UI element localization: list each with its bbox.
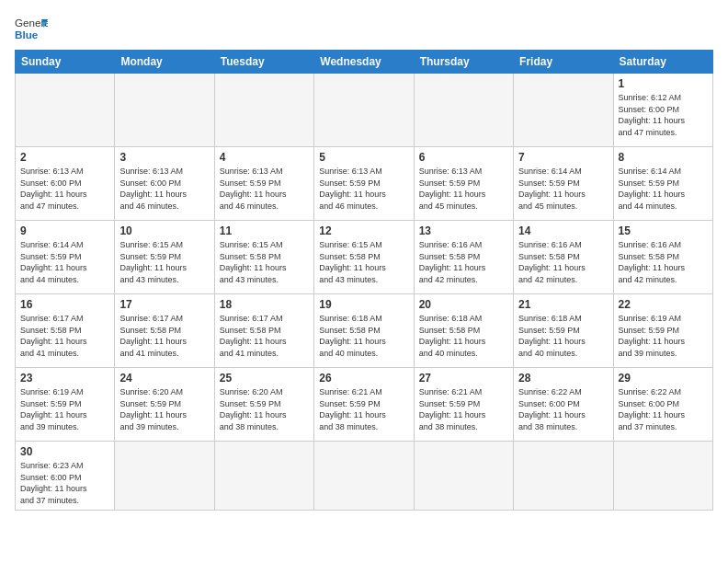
calendar-day-cell: 15Sunrise: 6:16 AM Sunset: 5:58 PM Dayli… [613,221,712,294]
calendar-table: SundayMondayTuesdayWednesdayThursdayFrid… [15,50,713,511]
day-number: 23 [20,372,109,385]
calendar-day-cell [514,74,613,147]
calendar-day-cell: 27Sunrise: 6:21 AM Sunset: 5:59 PM Dayli… [414,368,513,442]
calendar-day-cell [414,74,513,147]
day-info: Sunrise: 6:16 AM Sunset: 5:58 PM Dayligh… [518,239,608,285]
day-number: 9 [20,224,109,237]
day-number: 13 [419,224,508,237]
calendar-day-cell: 6Sunrise: 6:13 AM Sunset: 5:59 PM Daylig… [414,147,513,221]
calendar-day-cell: 20Sunrise: 6:18 AM Sunset: 5:58 PM Dayli… [414,294,513,368]
day-info: Sunrise: 6:16 AM Sunset: 5:58 PM Dayligh… [419,239,508,285]
day-number: 26 [319,372,408,385]
day-number: 16 [20,298,109,311]
calendar-day-cell: 21Sunrise: 6:18 AM Sunset: 5:59 PM Dayli… [514,294,613,368]
day-info: Sunrise: 6:15 AM Sunset: 5:59 PM Dayligh… [119,239,209,285]
day-info: Sunrise: 6:16 AM Sunset: 5:58 PM Dayligh… [619,239,708,285]
calendar-day-cell: 25Sunrise: 6:20 AM Sunset: 5:59 PM Dayli… [214,368,313,442]
day-number: 3 [119,151,209,164]
day-number: 25 [220,372,309,385]
day-info: Sunrise: 6:21 AM Sunset: 5:59 PM Dayligh… [419,386,508,432]
day-number: 6 [419,151,508,164]
calendar-day-cell: 4Sunrise: 6:13 AM Sunset: 5:59 PM Daylig… [214,147,313,221]
calendar-day-cell [214,442,313,511]
day-number: 30 [20,445,109,458]
day-number: 29 [619,372,708,385]
day-info: Sunrise: 6:23 AM Sunset: 6:00 PM Dayligh… [20,460,109,506]
day-number: 10 [119,224,209,237]
calendar-day-cell: 11Sunrise: 6:15 AM Sunset: 5:58 PM Dayli… [214,221,313,294]
day-info: Sunrise: 6:14 AM Sunset: 5:59 PM Dayligh… [518,166,608,212]
calendar-day-cell: 9Sunrise: 6:14 AM Sunset: 5:59 PM Daylig… [16,221,115,294]
weekday-header: Wednesday [314,51,414,74]
day-number: 1 [619,77,708,90]
calendar-day-cell: 29Sunrise: 6:22 AM Sunset: 6:00 PM Dayli… [613,368,712,442]
calendar-day-cell [16,74,115,147]
calendar-day-cell [214,74,313,147]
calendar-day-cell [314,442,414,511]
calendar-day-cell [613,442,712,511]
calendar-day-cell: 14Sunrise: 6:16 AM Sunset: 5:58 PM Dayli… [514,221,613,294]
calendar-day-cell: 30Sunrise: 6:23 AM Sunset: 6:00 PM Dayli… [16,442,115,511]
day-info: Sunrise: 6:12 AM Sunset: 6:00 PM Dayligh… [619,92,708,138]
calendar-week-row: 1Sunrise: 6:12 AM Sunset: 6:00 PM Daylig… [16,74,713,147]
weekday-header: Saturday [613,51,712,74]
day-info: Sunrise: 6:14 AM Sunset: 5:59 PM Dayligh… [619,166,708,212]
calendar-day-cell [414,442,513,511]
day-info: Sunrise: 6:17 AM Sunset: 5:58 PM Dayligh… [220,313,309,359]
day-number: 17 [119,298,209,311]
calendar-day-cell: 13Sunrise: 6:16 AM Sunset: 5:58 PM Dayli… [414,221,513,294]
day-number: 27 [419,372,508,385]
calendar-week-row: 16Sunrise: 6:17 AM Sunset: 5:58 PM Dayli… [16,294,713,368]
calendar-day-cell: 2Sunrise: 6:13 AM Sunset: 6:00 PM Daylig… [16,147,115,221]
day-number: 20 [419,298,508,311]
day-info: Sunrise: 6:18 AM Sunset: 5:58 PM Dayligh… [319,313,408,359]
calendar-day-cell: 3Sunrise: 6:13 AM Sunset: 6:00 PM Daylig… [115,147,214,221]
day-info: Sunrise: 6:20 AM Sunset: 5:59 PM Dayligh… [119,386,209,432]
calendar-day-cell: 26Sunrise: 6:21 AM Sunset: 5:59 PM Dayli… [314,368,414,442]
calendar-day-cell: 1Sunrise: 6:12 AM Sunset: 6:00 PM Daylig… [613,74,712,147]
calendar-day-cell: 8Sunrise: 6:14 AM Sunset: 5:59 PM Daylig… [613,147,712,221]
day-number: 19 [319,298,408,311]
weekday-header: Friday [514,51,613,74]
day-number: 21 [518,298,608,311]
weekday-header: Monday [115,51,214,74]
day-number: 22 [619,298,708,311]
calendar-week-row: 30Sunrise: 6:23 AM Sunset: 6:00 PM Dayli… [16,442,713,511]
logo-icon: General Blue [15,15,48,40]
calendar-day-cell: 16Sunrise: 6:17 AM Sunset: 5:58 PM Dayli… [16,294,115,368]
calendar-day-cell: 12Sunrise: 6:15 AM Sunset: 5:58 PM Dayli… [314,221,414,294]
day-info: Sunrise: 6:13 AM Sunset: 5:59 PM Dayligh… [419,166,508,212]
day-info: Sunrise: 6:21 AM Sunset: 5:59 PM Dayligh… [319,386,408,432]
day-info: Sunrise: 6:19 AM Sunset: 5:59 PM Dayligh… [20,386,109,432]
day-number: 7 [518,151,608,164]
calendar-day-cell [314,74,414,147]
day-info: Sunrise: 6:13 AM Sunset: 5:59 PM Dayligh… [220,166,309,212]
svg-text:Blue: Blue [15,29,39,40]
day-number: 14 [518,224,608,237]
day-number: 18 [220,298,309,311]
day-info: Sunrise: 6:17 AM Sunset: 5:58 PM Dayligh… [119,313,209,359]
day-info: Sunrise: 6:20 AM Sunset: 5:59 PM Dayligh… [220,386,309,432]
day-info: Sunrise: 6:15 AM Sunset: 5:58 PM Dayligh… [319,239,408,285]
calendar-day-cell [115,442,214,511]
day-info: Sunrise: 6:13 AM Sunset: 5:59 PM Dayligh… [319,166,408,212]
page-header: General Blue [15,15,713,40]
calendar-header-row: SundayMondayTuesdayWednesdayThursdayFrid… [16,51,713,74]
calendar-day-cell [115,74,214,147]
weekday-header: Thursday [414,51,513,74]
day-info: Sunrise: 6:13 AM Sunset: 6:00 PM Dayligh… [20,166,109,212]
calendar-day-cell: 23Sunrise: 6:19 AM Sunset: 5:59 PM Dayli… [16,368,115,442]
calendar-week-row: 23Sunrise: 6:19 AM Sunset: 5:59 PM Dayli… [16,368,713,442]
calendar-week-row: 9Sunrise: 6:14 AM Sunset: 5:59 PM Daylig… [16,221,713,294]
logo: General Blue [15,15,48,40]
calendar-day-cell [514,442,613,511]
day-number: 28 [518,372,608,385]
day-number: 15 [619,224,708,237]
calendar-week-row: 2Sunrise: 6:13 AM Sunset: 6:00 PM Daylig… [16,147,713,221]
day-info: Sunrise: 6:22 AM Sunset: 6:00 PM Dayligh… [518,386,608,432]
calendar-day-cell: 18Sunrise: 6:17 AM Sunset: 5:58 PM Dayli… [214,294,313,368]
weekday-header: Tuesday [214,51,313,74]
calendar-day-cell: 28Sunrise: 6:22 AM Sunset: 6:00 PM Dayli… [514,368,613,442]
day-number: 24 [119,372,209,385]
calendar-day-cell: 17Sunrise: 6:17 AM Sunset: 5:58 PM Dayli… [115,294,214,368]
